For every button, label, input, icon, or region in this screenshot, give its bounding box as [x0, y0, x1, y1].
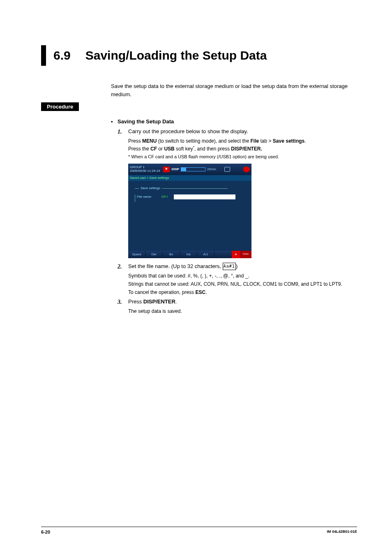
- softkey-space[interactable]: Space: [128, 251, 145, 258]
- step-3-number: 3.: [118, 298, 128, 307]
- step-3-sub-1: The setup data is saved.: [128, 308, 357, 315]
- softkey-a1[interactable]: A/1: [197, 251, 214, 258]
- procedure-label: Procedure: [41, 102, 79, 111]
- char-mode-box: Aa#1: [223, 263, 236, 270]
- fieldset-legend: Save settings: [135, 186, 245, 191]
- softkey-mode-a[interactable]: A: [232, 251, 240, 258]
- progress-bar: [181, 167, 205, 171]
- step-1-line-2: Press MENU (to switch to setting mode), …: [128, 137, 357, 145]
- step-2: 2. Set the file name. (Up to 32 characte…: [118, 262, 357, 271]
- step-1-note: * When a CF card and a USB flash memory …: [128, 153, 357, 160]
- alarm-icon: [243, 166, 250, 172]
- step-1: 1. Carry out the procedure below to show…: [118, 127, 357, 136]
- page-footer: 6-20 IM 04L42B01-01E: [41, 527, 357, 534]
- screenshot-header: GROUP 1 2005/09/30 11:24:14 ✖ DISP 20min: [128, 164, 251, 175]
- softkey-bs[interactable]: Bs: [163, 251, 180, 258]
- bullet-saving: • Saving the Setup Data: [111, 118, 357, 126]
- filename-input[interactable]: [174, 194, 235, 199]
- breadcrumb: Save/Load > Save settings: [128, 175, 251, 181]
- camera-icon: [224, 167, 230, 172]
- softkey-ins[interactable]: Ins: [180, 251, 197, 258]
- status-icon: ✖: [163, 166, 170, 172]
- step-2-sub-3: To cancel the operation, press ESC.: [128, 289, 357, 296]
- step-2-number: 2.: [118, 262, 128, 271]
- screenshot-body: Save settings File name CF:/: [128, 181, 251, 251]
- device-screenshot: GROUP 1 2005/09/30 11:24:14 ✖ DISP 20min…: [128, 164, 251, 258]
- step-1-line-1: Carry out the procedure below to show th…: [128, 127, 357, 136]
- heading-title: Saving/Loading the Setup Data: [85, 45, 267, 66]
- softkey-bar: Space Del Bs Ins A/1 A Over: [128, 251, 251, 258]
- bullet-title: Saving the Setup Data: [118, 118, 174, 126]
- doc-id: IM 04L42B01-01E: [327, 530, 357, 534]
- interval-label: 20min: [207, 167, 216, 172]
- section-heading: 6.9 Saving/Loading the Setup Data: [41, 45, 357, 66]
- step-2-sub-1: Symbols that can be used: #, %, (, ), +,…: [128, 272, 357, 280]
- step-2-sub-2: Strings that cannot be used: AUX, CON, P…: [128, 280, 357, 288]
- cf-prefix: CF:/: [161, 194, 174, 199]
- heading-bar: [41, 45, 46, 66]
- screenshot-group: GROUP 1 2005/09/30 11:24:14: [130, 166, 160, 173]
- filename-label: File name: [137, 194, 161, 199]
- step-1-number: 1.: [118, 127, 128, 136]
- disp-label: DISP: [171, 167, 179, 172]
- softkey-del[interactable]: Del: [145, 251, 163, 258]
- step-1-line-3: Press the CF or USB soft key*, and then …: [128, 145, 357, 153]
- intro-text: Save the setup data to the external stor…: [111, 82, 357, 98]
- page-number: 6-20: [41, 530, 50, 534]
- heading-number: 6.9: [53, 45, 71, 66]
- softkey-over[interactable]: Over: [240, 251, 251, 258]
- step-3: 3. Press DISP/ENTER.: [118, 298, 357, 307]
- bullet-dot: •: [111, 118, 118, 126]
